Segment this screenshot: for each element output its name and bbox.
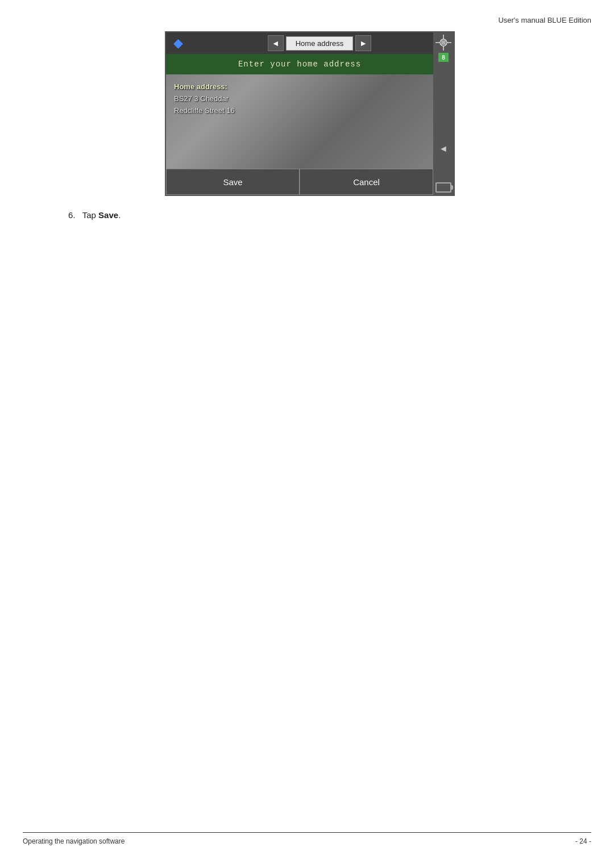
page-header: User's manual BLUE Edition	[498, 16, 591, 24]
content-area: Home address: BS27 3 Cheddar Redcliffe S…	[166, 74, 433, 169]
title-box: Home address	[286, 36, 354, 51]
prompt-bar: Enter your home address	[166, 54, 433, 74]
save-button[interactable]: Save	[166, 169, 300, 195]
battery-icon	[435, 182, 451, 193]
cancel-button[interactable]: Cancel	[300, 169, 433, 195]
bottom-buttons: Save Cancel	[166, 169, 433, 195]
instruction-punctuation: .	[118, 210, 121, 220]
signal-strength-number: 8	[438, 53, 449, 62]
prev-button[interactable]: ◄	[268, 35, 284, 51]
top-bar: ◄ Home address ►	[166, 32, 454, 54]
step-number: 6.	[68, 210, 76, 220]
nav-device: ◄ Home address ► 8 ◄ E	[165, 31, 455, 196]
instruction-area: 6. Tap Save.	[68, 210, 121, 220]
prompt-text: Enter your home address	[238, 60, 361, 69]
instruction-bold: Save	[98, 210, 118, 220]
page-footer: Operating the navigation software - 24 -	[23, 832, 591, 845]
device-container: ◄ Home address ► 8 ◄ E	[165, 31, 455, 196]
address-label: Home address:	[174, 82, 227, 91]
next-button[interactable]: ►	[355, 35, 371, 51]
address-info: Home address: BS27 3 Cheddar Redcliffe S…	[174, 81, 425, 116]
home-diamond-icon	[171, 36, 185, 51]
footer-right-text: - 24 -	[575, 837, 591, 845]
right-panel: 8 ◄	[433, 32, 454, 195]
address-line1: BS27 3 Cheddar	[174, 94, 229, 103]
address-line2: Redcliffe Street 16	[174, 106, 235, 115]
instruction-text: Tap	[82, 210, 98, 220]
footer-left-text: Operating the navigation software	[23, 837, 125, 845]
satellite-icon	[434, 34, 453, 52]
collapse-arrow-icon[interactable]: ◄	[439, 144, 448, 154]
svg-rect-5	[441, 40, 446, 45]
nav-title-area: ◄ Home address ►	[185, 35, 454, 51]
